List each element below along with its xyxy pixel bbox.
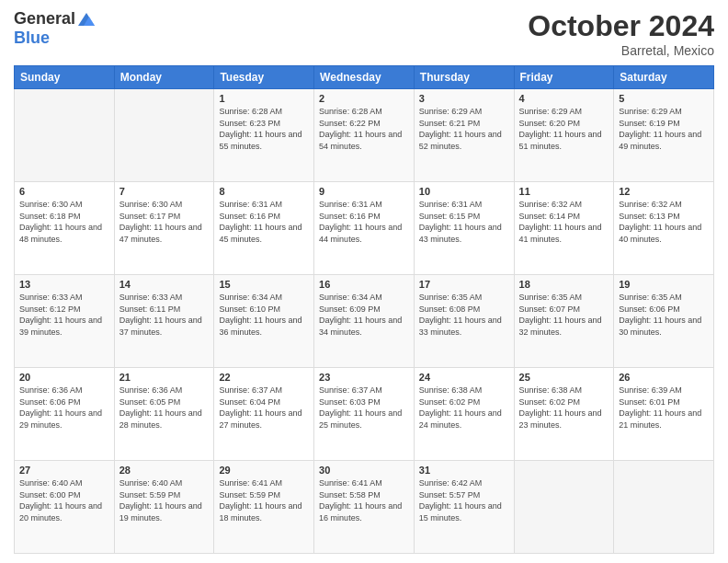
calendar-cell: 6Sunrise: 6:30 AM Sunset: 6:18 PM Daylig… xyxy=(15,182,115,275)
day-info: Sunrise: 6:34 AM Sunset: 6:10 PM Dayligh… xyxy=(219,292,309,338)
calendar-cell: 22Sunrise: 6:37 AM Sunset: 6:04 PM Dayli… xyxy=(214,368,314,461)
day-info: Sunrise: 6:42 AM Sunset: 5:57 PM Dayligh… xyxy=(419,477,509,523)
day-number: 23 xyxy=(319,372,409,383)
day-info: Sunrise: 6:28 AM Sunset: 6:22 PM Dayligh… xyxy=(319,106,409,152)
day-number: 2 xyxy=(319,93,409,104)
day-info: Sunrise: 6:32 AM Sunset: 6:14 PM Dayligh… xyxy=(519,199,609,245)
day-number: 19 xyxy=(619,279,709,290)
title-section: October 2024 Barretal, Mexico xyxy=(528,9,714,58)
day-info: Sunrise: 6:39 AM Sunset: 6:01 PM Dayligh… xyxy=(619,385,709,431)
day-info: Sunrise: 6:31 AM Sunset: 6:16 PM Dayligh… xyxy=(219,199,309,245)
day-number: 3 xyxy=(419,93,509,104)
day-number: 26 xyxy=(619,372,709,383)
week-row-1: 1Sunrise: 6:28 AM Sunset: 6:23 PM Daylig… xyxy=(15,89,714,182)
day-number: 20 xyxy=(19,372,109,383)
calendar-cell: 25Sunrise: 6:38 AM Sunset: 6:02 PM Dayli… xyxy=(514,368,614,461)
calendar-cell xyxy=(114,89,214,182)
day-number: 24 xyxy=(419,372,509,383)
header: General Blue October 2024 Barretal, Mexi… xyxy=(14,9,714,58)
calendar-cell: 30Sunrise: 6:41 AM Sunset: 5:58 PM Dayli… xyxy=(314,461,415,554)
location: Barretal, Mexico xyxy=(528,43,714,58)
month-title: October 2024 xyxy=(528,9,714,43)
calendar-cell: 24Sunrise: 6:38 AM Sunset: 6:02 PM Dayli… xyxy=(414,368,514,461)
calendar-cell: 28Sunrise: 6:40 AM Sunset: 5:59 PM Dayli… xyxy=(114,461,214,554)
logo-general: General xyxy=(14,9,75,29)
calendar-cell: 4Sunrise: 6:29 AM Sunset: 6:20 PM Daylig… xyxy=(514,89,614,182)
day-header-monday: Monday xyxy=(114,66,214,89)
calendar-cell: 1Sunrise: 6:28 AM Sunset: 6:23 PM Daylig… xyxy=(214,89,314,182)
logo: General Blue xyxy=(14,9,97,48)
week-row-5: 27Sunrise: 6:40 AM Sunset: 6:00 PM Dayli… xyxy=(15,461,714,554)
calendar-table: SundayMondayTuesdayWednesdayThursdayFrid… xyxy=(14,65,714,554)
calendar-cell: 7Sunrise: 6:30 AM Sunset: 6:17 PM Daylig… xyxy=(114,182,214,275)
day-header-friday: Friday xyxy=(514,66,614,89)
calendar-cell: 17Sunrise: 6:35 AM Sunset: 6:08 PM Dayli… xyxy=(414,275,514,368)
day-info: Sunrise: 6:35 AM Sunset: 6:07 PM Dayligh… xyxy=(519,292,609,338)
logo-text: General xyxy=(14,9,97,29)
day-number: 11 xyxy=(519,186,609,197)
day-info: Sunrise: 6:29 AM Sunset: 6:21 PM Dayligh… xyxy=(419,106,509,152)
calendar-cell xyxy=(15,89,115,182)
day-number: 22 xyxy=(219,372,309,383)
calendar-cell: 16Sunrise: 6:34 AM Sunset: 6:09 PM Dayli… xyxy=(314,275,415,368)
calendar-cell: 20Sunrise: 6:36 AM Sunset: 6:06 PM Dayli… xyxy=(15,368,115,461)
page: General Blue October 2024 Barretal, Mexi… xyxy=(0,0,728,563)
day-number: 21 xyxy=(119,372,210,383)
calendar-cell: 2Sunrise: 6:28 AM Sunset: 6:22 PM Daylig… xyxy=(314,89,415,182)
day-info: Sunrise: 6:37 AM Sunset: 6:04 PM Dayligh… xyxy=(219,385,309,431)
day-number: 17 xyxy=(419,279,509,290)
day-number: 13 xyxy=(19,279,109,290)
day-header-sunday: Sunday xyxy=(15,66,115,89)
day-info: Sunrise: 6:29 AM Sunset: 6:19 PM Dayligh… xyxy=(619,106,709,152)
calendar-cell: 15Sunrise: 6:34 AM Sunset: 6:10 PM Dayli… xyxy=(214,275,314,368)
day-number: 30 xyxy=(319,465,409,476)
day-info: Sunrise: 6:38 AM Sunset: 6:02 PM Dayligh… xyxy=(419,385,509,431)
day-info: Sunrise: 6:40 AM Sunset: 6:00 PM Dayligh… xyxy=(19,477,109,523)
day-header-saturday: Saturday xyxy=(614,66,714,89)
day-info: Sunrise: 6:35 AM Sunset: 6:06 PM Dayligh… xyxy=(619,292,709,338)
day-number: 15 xyxy=(219,279,309,290)
calendar-cell: 5Sunrise: 6:29 AM Sunset: 6:19 PM Daylig… xyxy=(614,89,714,182)
day-info: Sunrise: 6:28 AM Sunset: 6:23 PM Dayligh… xyxy=(219,106,309,152)
calendar-cell: 29Sunrise: 6:41 AM Sunset: 5:59 PM Dayli… xyxy=(214,461,314,554)
day-info: Sunrise: 6:35 AM Sunset: 6:08 PM Dayligh… xyxy=(419,292,509,338)
day-number: 8 xyxy=(219,186,309,197)
day-info: Sunrise: 6:33 AM Sunset: 6:11 PM Dayligh… xyxy=(119,292,210,338)
day-number: 1 xyxy=(219,93,309,104)
day-info: Sunrise: 6:41 AM Sunset: 5:59 PM Dayligh… xyxy=(219,477,309,523)
day-info: Sunrise: 6:30 AM Sunset: 6:17 PM Dayligh… xyxy=(119,199,210,245)
calendar-cell xyxy=(514,461,614,554)
calendar-cell: 26Sunrise: 6:39 AM Sunset: 6:01 PM Dayli… xyxy=(614,368,714,461)
calendar-cell: 14Sunrise: 6:33 AM Sunset: 6:11 PM Dayli… xyxy=(114,275,214,368)
day-number: 4 xyxy=(519,93,609,104)
day-header-tuesday: Tuesday xyxy=(214,66,314,89)
day-number: 10 xyxy=(419,186,509,197)
week-row-2: 6Sunrise: 6:30 AM Sunset: 6:18 PM Daylig… xyxy=(15,182,714,275)
day-info: Sunrise: 6:38 AM Sunset: 6:02 PM Dayligh… xyxy=(519,385,609,431)
day-info: Sunrise: 6:36 AM Sunset: 6:05 PM Dayligh… xyxy=(119,385,210,431)
calendar-cell: 23Sunrise: 6:37 AM Sunset: 6:03 PM Dayli… xyxy=(314,368,415,461)
calendar-cell: 27Sunrise: 6:40 AM Sunset: 6:00 PM Dayli… xyxy=(15,461,115,554)
day-header-thursday: Thursday xyxy=(414,66,514,89)
calendar-cell: 19Sunrise: 6:35 AM Sunset: 6:06 PM Dayli… xyxy=(614,275,714,368)
day-number: 14 xyxy=(119,279,210,290)
calendar-cell: 9Sunrise: 6:31 AM Sunset: 6:16 PM Daylig… xyxy=(314,182,415,275)
day-number: 27 xyxy=(19,465,109,476)
day-header-wednesday: Wednesday xyxy=(314,66,415,89)
calendar-cell: 3Sunrise: 6:29 AM Sunset: 6:21 PM Daylig… xyxy=(414,89,514,182)
calendar-cell: 13Sunrise: 6:33 AM Sunset: 6:12 PM Dayli… xyxy=(15,275,115,368)
day-number: 12 xyxy=(619,186,709,197)
day-info: Sunrise: 6:31 AM Sunset: 6:15 PM Dayligh… xyxy=(419,199,509,245)
day-number: 31 xyxy=(419,465,509,476)
day-info: Sunrise: 6:30 AM Sunset: 6:18 PM Dayligh… xyxy=(19,199,109,245)
week-row-3: 13Sunrise: 6:33 AM Sunset: 6:12 PM Dayli… xyxy=(15,275,714,368)
calendar-cell: 31Sunrise: 6:42 AM Sunset: 5:57 PM Dayli… xyxy=(414,461,514,554)
day-info: Sunrise: 6:31 AM Sunset: 6:16 PM Dayligh… xyxy=(319,199,409,245)
day-info: Sunrise: 6:36 AM Sunset: 6:06 PM Dayligh… xyxy=(19,385,109,431)
calendar-header-row: SundayMondayTuesdayWednesdayThursdayFrid… xyxy=(15,66,714,89)
day-number: 29 xyxy=(219,465,309,476)
day-number: 6 xyxy=(19,186,109,197)
calendar-cell xyxy=(614,461,714,554)
day-info: Sunrise: 6:33 AM Sunset: 6:12 PM Dayligh… xyxy=(19,292,109,338)
day-info: Sunrise: 6:34 AM Sunset: 6:09 PM Dayligh… xyxy=(319,292,409,338)
